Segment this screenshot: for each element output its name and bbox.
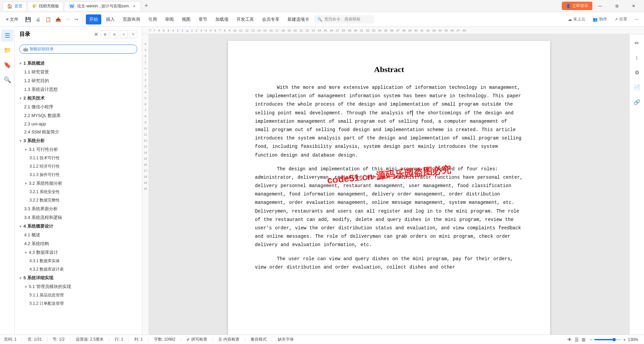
command-search[interactable]: 🔍 查找命令、搜索模板 — [314, 15, 374, 23]
menu-chapter[interactable]: 章节 — [195, 14, 211, 24]
toc-item-5-1-2[interactable]: 5.1.2 订单配送管理 — [15, 299, 142, 308]
doc-paragraph-1[interactable]: With the more and more extensive applica… — [255, 83, 523, 160]
link-right-icon[interactable]: 🔗 — [631, 96, 643, 108]
zoom-out-button[interactable]: − — [590, 337, 592, 342]
view-icon-2[interactable]: ☰ — [575, 337, 579, 342]
tab-close-icon[interactable]: ✕ — [132, 4, 137, 8]
view-icon-3[interactable]: ⊞ — [582, 337, 586, 342]
menu-view[interactable]: 视图 — [178, 14, 194, 24]
toc-item-3-2[interactable]: ▼ 3.2 系统性能分析 — [15, 179, 142, 188]
maximize-button[interactable]: ⧉ — [609, 1, 625, 11]
save-icon[interactable]: 💾 — [23, 15, 33, 24]
toc-item-4[interactable]: ▼ 4 系统概要设计 — [15, 222, 142, 231]
toc-item-2-2[interactable]: 2.2 MYSQL 数据库 — [15, 111, 142, 120]
sidebar-settings-button[interactable]: ≡ — [120, 30, 128, 38]
zoom-slider[interactable] — [594, 339, 621, 340]
redo-button[interactable]: ↪ — [72, 15, 80, 23]
toc-item-3-4[interactable]: 3.4 系统流程和逻辑 — [15, 213, 142, 222]
undo-redo-group: ↩ ↪ — [64, 15, 80, 23]
smart-label: 智能识别目录 — [30, 46, 54, 52]
menu-devtools[interactable]: 开发工具 — [233, 14, 257, 24]
toc-item-5[interactable]: ▼ 5 系统详细实现 — [15, 274, 142, 282]
toc-item-3-2-2[interactable]: 3.2.2 数据完整性 — [15, 196, 142, 205]
collapse-all-button[interactable]: ⊟ — [110, 30, 118, 38]
cloud-button[interactable]: ☁ 未上云 — [565, 15, 588, 23]
toc-item-4-3-1[interactable]: 4.3.1 数据库实体 — [15, 257, 142, 265]
smart-toc-button[interactable]: 🤖 智能识别目录 — [19, 45, 137, 54]
toc-item-4-1[interactable]: 4.1 概述 — [15, 231, 142, 239]
menu-page-layout[interactable]: 页面布局 — [119, 14, 144, 24]
spell-check-icon: ✔ — [186, 337, 190, 342]
toc-item-3[interactable]: ▼ 3 系统分析 — [15, 136, 142, 145]
zoom-slider-thumb[interactable] — [612, 338, 616, 341]
toc-item-5-1-1[interactable]: 5.1.1 菜品信息管理 — [15, 291, 142, 299]
edit-right-icon[interactable]: ✏ — [631, 37, 643, 49]
search-left-icon[interactable]: 🔍 — [1, 74, 13, 86]
status-missing-font[interactable]: 缺失字体 — [278, 337, 294, 342]
export2-icon[interactable]: 📤 — [53, 15, 63, 24]
share-button[interactable]: ↗ 分享 — [612, 15, 630, 23]
cloud-icon: ☁ — [568, 17, 572, 22]
undo-button[interactable]: ↩ — [64, 15, 72, 23]
login-button[interactable]: 👤 立即登录 — [562, 2, 592, 10]
expand-all-button[interactable]: ⊞ — [101, 30, 109, 38]
menu-insert[interactable]: 插入 — [103, 14, 118, 24]
toc-item-3-3[interactable]: 3.3 系统界面分析 — [15, 205, 142, 213]
files-icon[interactable]: 📁 — [1, 44, 13, 56]
toc-item-2[interactable]: ▼ 2 相关技术 — [15, 94, 142, 103]
toc-item-3-1-1[interactable]: 3.1.1 技术可行性 — [15, 154, 142, 162]
toc-item-3-1-2[interactable]: 3.1.2 经济可行性 — [15, 162, 142, 171]
menu-addons[interactable]: 加载项 — [212, 14, 232, 24]
status-content-check[interactable]: ☰ 内容检查 — [218, 337, 239, 342]
status-compat[interactable]: 兼容模式 — [251, 337, 267, 342]
file-menu[interactable]: ≡ 文件 — [3, 14, 22, 24]
menu-vip[interactable]: 会员专享 — [259, 14, 283, 24]
more-options-button[interactable]: ⋯ — [632, 16, 641, 23]
toc-item-4-2[interactable]: 4.2 系统结构 — [15, 239, 142, 248]
toc-item-3-1-3[interactable]: 3.1.3 操作可行性 — [15, 171, 142, 179]
document-page[interactable]: code51.cn-源码乐园盗图必究 Abstract With the mor… — [228, 41, 550, 335]
toc-item-5-1[interactable]: ▼ 5.1 管理员模块的实现 — [15, 282, 142, 291]
toc-icon[interactable]: ☰ — [1, 30, 13, 42]
bookmark-icon[interactable]: 🔖 — [1, 59, 13, 71]
doc-scroll-area[interactable]: code51.cn-源码乐园盗图必究 Abstract With the mor… — [149, 34, 629, 335]
minimize-button[interactable]: — — [592, 1, 608, 11]
status-sep-2 — [47, 337, 47, 342]
tab-bar: 🏠 首页 🌾 找稻壳模板 W 论文-weixin...设计与实现ssm. ✕ + — [3, 0, 562, 12]
toc-item-1-1[interactable]: 1.1 研究背景 — [15, 68, 142, 76]
menu-review[interactable]: 审阅 — [162, 14, 177, 24]
toc-item-4-3-2[interactable]: 4.3.2 数据库设计表 — [15, 265, 142, 274]
sidebar-edit-button[interactable]: ✎ — [129, 30, 137, 38]
menu-start[interactable]: 开始 — [86, 14, 101, 24]
status-spell-check[interactable]: ✔ 拼写检查 — [186, 337, 207, 342]
doc-paragraph-3[interactable]: The user role can view and query dishes … — [255, 255, 523, 272]
doc-paragraph-2[interactable]: The design and implementation of this mi… — [255, 165, 523, 249]
add-tab-button[interactable]: + — [142, 1, 151, 11]
print-icon[interactable]: 🖨 — [33, 15, 43, 24]
toc-item-1-3[interactable]: 1.3 系统设计思想 — [15, 85, 142, 94]
menu-reference[interactable]: 引用 — [145, 14, 160, 24]
toc-item-2-1[interactable]: 2.1 微信小程序 — [15, 103, 142, 111]
toc-item-2-3[interactable]: 2.3 uni-app — [15, 120, 142, 128]
export-icon[interactable]: 📋 — [43, 15, 53, 24]
tab-active-doc[interactable]: W 论文-weixin...设计与实现ssm. ✕ — [64, 1, 141, 11]
close-window-button[interactable]: ✕ — [626, 1, 641, 11]
toc-tree: ▼ 1 系统概述 1.1 研究背景 1.2 研究目的 1.3 系统设计思想 ▼ … — [15, 56, 142, 335]
sidebar-close-button[interactable]: ✕ — [94, 31, 98, 38]
toc-item-4-3[interactable]: ▼ 4.3 数据库设计 — [15, 248, 142, 257]
tab-template[interactable]: 🌾 找稻壳模板 — [28, 1, 63, 11]
collab-icon: 👥 — [593, 17, 598, 22]
toc-item-2-4[interactable]: 2.4 SSM 框架简介 — [15, 128, 142, 136]
gear-right-icon[interactable]: ⚙ — [631, 66, 643, 78]
toc-item-3-2-1[interactable]: 3.2.1 系统安全性 — [15, 188, 142, 196]
resize-icon[interactable]: ↕ — [631, 52, 643, 64]
toc-item-3-1[interactable]: ▼ 3.1 可行性分析 — [15, 145, 142, 154]
toc-item-1[interactable]: ▼ 1 系统概述 — [15, 59, 142, 68]
toc-item-1-2[interactable]: 1.2 研究目的 — [15, 76, 142, 85]
tab-home[interactable]: 🏠 首页 — [3, 1, 27, 11]
doc-right-icon[interactable]: 📄 — [631, 81, 643, 93]
collab-button[interactable]: 👥 协作 — [590, 15, 610, 23]
menu-new-tab[interactable]: 新建选项卡 — [284, 14, 313, 24]
zoom-in-button[interactable]: + — [623, 337, 626, 342]
view-icon-1[interactable]: 👁 — [567, 337, 572, 342]
